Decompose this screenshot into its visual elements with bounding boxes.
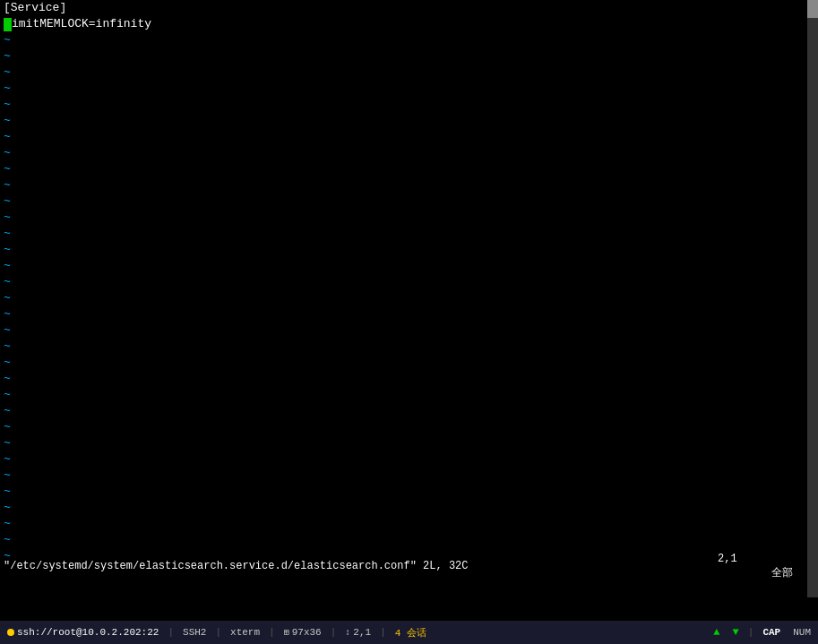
emulator-item: xterm [227, 626, 263, 639]
arrow-down-item[interactable]: ▼ [729, 625, 743, 640]
tilde-line-29: ~ [4, 484, 804, 500]
tilde-line-22: ~ [4, 371, 804, 387]
tilde-line-2: ~ [4, 48, 804, 64]
tilde-line-19: ~ [4, 322, 804, 339]
tilde-line-14: ~ [4, 242, 804, 258]
tilde-line-26: ~ [4, 435, 804, 451]
sep-5: | [380, 627, 386, 638]
cap-label: CAP [762, 627, 780, 638]
emulator-label: xterm [230, 627, 260, 638]
tilde-line-24: ~ [4, 403, 804, 419]
protocol-item: SSH2 [179, 626, 210, 639]
dimensions-item: ⊞ 97x36 [280, 626, 325, 639]
arrow-up-item[interactable]: ▲ [710, 625, 723, 640]
scrollbar-thumb[interactable] [807, 0, 818, 18]
tilde-line-12: ~ [4, 210, 804, 226]
memlock-text: imitMEMLOCK=infinity [12, 16, 151, 32]
ssh-address: ssh://root@10.0.2.202:22 [17, 627, 159, 638]
filename-status: "/etc/systemd/system/elasticsearch.servi… [4, 560, 468, 572]
cap-item: CAP [759, 626, 784, 639]
arrow-up-icon: ▲ [713, 626, 719, 639]
cursor-position: 2,1 [718, 553, 737, 565]
cursor-pos-item: ↕ 2,1 [341, 626, 375, 639]
terminal: [Service] imitMEMLOCK=infinity ~ ~ ~ ~ ~… [0, 0, 818, 644]
protocol-label: SSH2 [183, 627, 206, 638]
tilde-line-15: ~ [4, 258, 804, 274]
tilde-line-31: ~ [4, 516, 804, 532]
arrow-down-icon: ▼ [733, 626, 739, 639]
tilde-line-7: ~ [4, 129, 804, 145]
tilde-line-11: ~ [4, 193, 804, 210]
tilde-line-16: ~ [4, 274, 804, 290]
cursor [4, 18, 12, 31]
taskbar: ssh://root@10.0.2.202:22 | SSH2 | xterm … [0, 621, 818, 644]
sep-3: | [269, 627, 275, 638]
position-scroll: 2,1 全部 [666, 540, 793, 593]
num-item: NUM [789, 626, 814, 639]
tilde-line-20: ~ [4, 339, 804, 355]
tilde-line-21: ~ [4, 355, 804, 371]
dimensions-icon: ⊞ [284, 627, 289, 638]
dimensions-label: 97x36 [292, 627, 322, 638]
tilde-line-17: ~ [4, 290, 804, 306]
tilde-line-25: ~ [4, 419, 804, 435]
tilde-line-5: ~ [4, 97, 804, 113]
sep-4: | [331, 627, 337, 638]
line-service: [Service] [4, 0, 804, 16]
tilde-line-8: ~ [4, 145, 804, 161]
tilde-line-6: ~ [4, 113, 804, 129]
tilde-line-30: ~ [4, 500, 804, 516]
tilde-line-18: ~ [4, 306, 804, 322]
sessions-item[interactable]: 4 会话 [392, 625, 430, 640]
sep-2: | [215, 627, 221, 638]
cursor-pos-label: 2,1 [353, 627, 371, 638]
service-text: [Service] [4, 0, 66, 16]
sep-6: | [748, 627, 754, 638]
tilde-line-23: ~ [4, 387, 804, 403]
tilde-line-28: ~ [4, 468, 804, 484]
tilde-line-10: ~ [4, 177, 804, 193]
ssh-connection[interactable]: ssh://root@10.0.2.202:22 [4, 626, 162, 639]
tilde-line-13: ~ [4, 226, 804, 242]
tilde-line-1: ~ [4, 32, 804, 48]
tilde-line-9: ~ [4, 161, 804, 177]
scrollbar[interactable] [807, 0, 818, 597]
tilde-line-27: ~ [4, 451, 804, 468]
connection-dot [7, 629, 14, 636]
scroll-position: 全部 [771, 567, 793, 580]
line-memlock: imitMEMLOCK=infinity [4, 16, 804, 32]
cursor-pos-icon: ↕ [345, 628, 350, 638]
num-label: NUM [793, 627, 811, 638]
main-area: [Service] imitMEMLOCK=infinity ~ ~ ~ ~ ~… [0, 0, 807, 597]
tilde-line-3: ~ [4, 64, 804, 81]
sessions-label: 4 会话 [395, 626, 426, 640]
tilde-line-4: ~ [4, 81, 804, 97]
sep-1: | [168, 627, 174, 638]
vim-status-bar: "/etc/systemd/system/elasticsearch.servi… [0, 558, 796, 574]
